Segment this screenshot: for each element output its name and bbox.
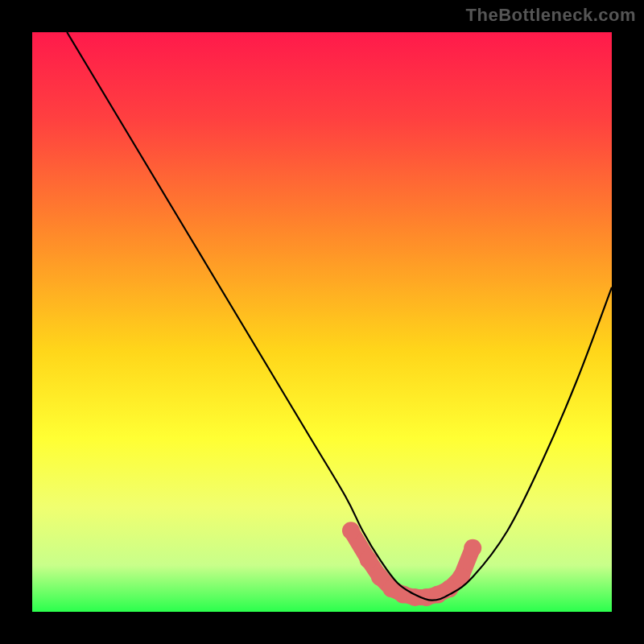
chart-outer-frame: TheBottleneck.com bbox=[0, 0, 644, 644]
watermark-text: TheBottleneck.com bbox=[466, 5, 636, 26]
highlight-dot bbox=[342, 522, 360, 539]
highlight-dot bbox=[360, 551, 378, 568]
chart-svg bbox=[32, 32, 612, 612]
plot-area bbox=[32, 32, 612, 612]
highlight-dot bbox=[464, 539, 481, 557]
